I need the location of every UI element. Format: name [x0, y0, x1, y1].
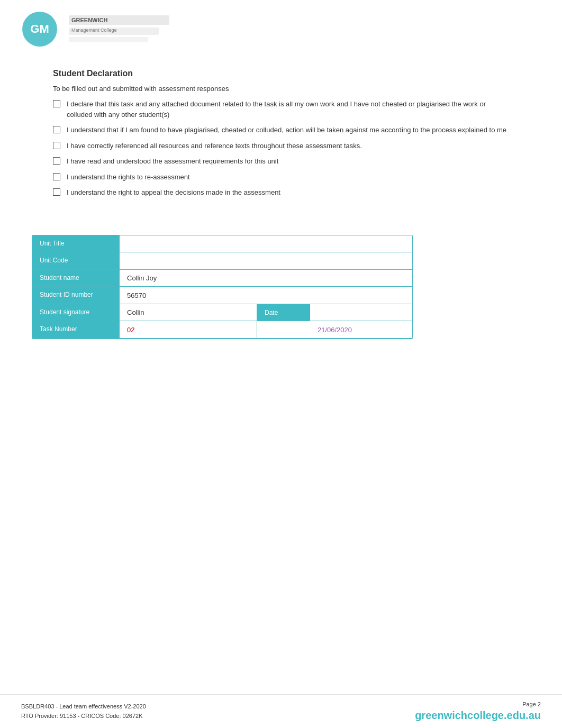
declaration-text-3: I have correctly referenced all resource…	[67, 141, 509, 151]
checkbox-2[interactable]	[53, 126, 60, 133]
declaration-item-1: I declare that this task and any attache…	[53, 99, 509, 120]
logo-text: GREENWICH Management College	[69, 13, 175, 46]
footer-website-teal: edu.au	[507, 709, 541, 722]
declaration-text-6: I understand the right to appeal the dec…	[67, 187, 509, 198]
header: GM GREENWICH Management College	[0, 0, 562, 53]
footer-page: Page 2	[522, 701, 541, 707]
task-number-label: Task Number	[32, 321, 120, 338]
footer-right-col: Page 2 greenwichcollege. edu.au	[415, 701, 541, 722]
student-id-label: Student ID number	[32, 287, 120, 304]
svg-text:Management College: Management College	[71, 28, 117, 33]
date-value	[310, 304, 412, 321]
footer-line2: RTO Provider: 91153 - CRICOS Code: 02672…	[21, 712, 146, 721]
student-sig-value: Collin	[120, 304, 257, 321]
student-id-row: Student ID number 56570	[32, 287, 412, 304]
checkbox-3[interactable]	[53, 142, 60, 149]
college-logo-icon: GM	[21, 11, 64, 48]
date-label: Date	[257, 304, 310, 321]
main-content: Student Declaration To be filled out and…	[0, 53, 562, 214]
checkbox-6[interactable]	[53, 188, 60, 196]
info-table-wrapper: Unit Title Unit Code Student name Collin…	[0, 235, 562, 340]
footer-left: BSBLDR403 - Lead team effectiveness V2-2…	[21, 702, 146, 721]
date-actual-value: 21/06/2020	[257, 321, 412, 338]
footer-website: greenwichcollege. edu.au	[415, 709, 541, 722]
declaration-subtitle: To be filled out and submitted with asse…	[53, 85, 509, 93]
checkbox-1[interactable]	[53, 100, 60, 107]
section-title: Student Declaration	[53, 69, 509, 78]
student-id-value: 56570	[120, 287, 412, 304]
student-sig-row: Student signature Collin Date	[32, 304, 412, 322]
footer-line1: BSBLDR403 - Lead team effectiveness V2-2…	[21, 702, 146, 712]
unit-code-value	[120, 252, 412, 269]
declaration-text-1: I declare that this task and any attache…	[67, 99, 509, 120]
student-name-label: Student name	[32, 270, 120, 287]
logo-container: GM GREENWICH Management College	[21, 11, 175, 48]
declaration-text-2: I understand that if I am found to have …	[67, 125, 509, 135]
student-name-row: Student name Collin Joy	[32, 270, 412, 287]
unit-title-row: Unit Title	[32, 235, 412, 253]
task-number-value: 02	[120, 321, 257, 338]
unit-code-row: Unit Code	[32, 252, 412, 270]
info-table: Unit Title Unit Code Student name Collin…	[32, 235, 413, 340]
footer: BSBLDR403 - Lead team effectiveness V2-2…	[0, 694, 562, 728]
student-name-value: Collin Joy	[120, 270, 412, 287]
declaration-item-2: I understand that if I am found to have …	[53, 125, 509, 135]
svg-rect-4	[69, 37, 148, 42]
declaration-text-4: I have read and understood the assessmen…	[67, 156, 509, 167]
checkbox-4[interactable]	[53, 157, 60, 165]
declaration-text-5: I understand the rights to re-assessment	[67, 172, 509, 183]
declaration-item-5: I understand the rights to re-assessment	[53, 172, 509, 183]
page-container: GM GREENWICH Management College Student …	[0, 0, 562, 728]
svg-text:GM: GM	[30, 22, 49, 35]
checkbox-5[interactable]	[53, 173, 60, 180]
declaration-item-4: I have read and understood the assessmen…	[53, 156, 509, 167]
student-sig-label: Student signature	[32, 304, 120, 321]
declaration-item-6: I understand the right to appeal the dec…	[53, 187, 509, 198]
unit-code-label: Unit Code	[32, 252, 120, 269]
task-number-row: Task Number 02 21/06/2020	[32, 321, 412, 339]
unit-title-label: Unit Title	[32, 235, 120, 252]
declaration-item-3: I have correctly referenced all resource…	[53, 141, 509, 151]
unit-title-value	[120, 235, 412, 252]
svg-text:GREENWICH: GREENWICH	[71, 17, 108, 23]
footer-website-green: greenwichcollege.	[415, 709, 506, 722]
